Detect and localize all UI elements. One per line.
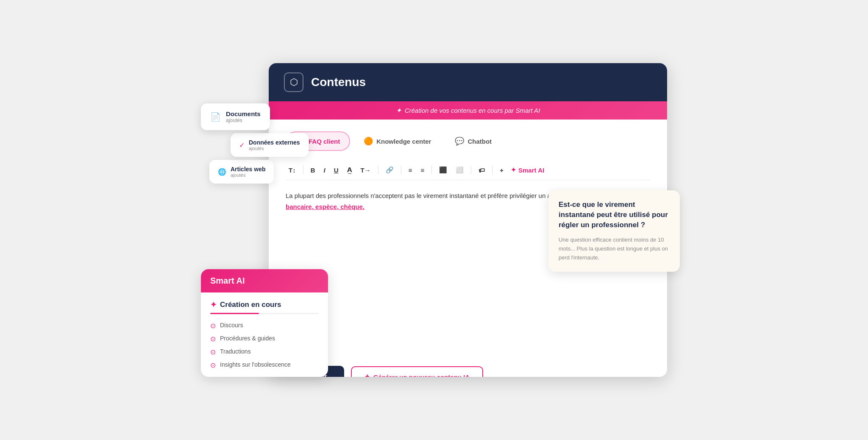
question-card: Est-ce que le virement instantané peut ê…: [548, 190, 680, 272]
ai-banner: ✦ Création de vos contenus en cours par …: [269, 101, 667, 120]
tab-chatbot-label: Chatbot: [467, 138, 492, 145]
articles-web-title: Articles web: [231, 166, 265, 173]
check-icon: ⊙: [210, 348, 216, 356]
progress-bar: [210, 313, 319, 314]
check-icon: ⊙: [210, 361, 216, 369]
check-icon: ⊙: [210, 322, 216, 330]
sep-4: [431, 166, 432, 174]
chatbot-icon: 💬: [455, 136, 464, 146]
generate-label: Générer un nouveau contenu IA: [373, 373, 470, 377]
list-item: ⊙ Insights sur l'obsolescence: [210, 361, 319, 369]
tab-bar: ❓ FAQ client 🟠 Knowledge center 💬 Chatbo…: [286, 131, 650, 151]
toolbar-underline[interactable]: U: [331, 165, 342, 175]
sep-2: [378, 166, 378, 174]
articles-web-subtitle: ajoutés: [231, 173, 265, 178]
toolbar-bold[interactable]: B: [308, 165, 318, 175]
creation-star-icon: ✦: [210, 300, 217, 309]
item-traductions: Traductions: [220, 348, 251, 355]
check-icon: ⊙: [210, 335, 216, 343]
sep-1: [303, 166, 303, 174]
creation-title: ✦ Création en cours: [210, 300, 319, 309]
panel-items-list: ⊙ Discours ⊙ Procédures & guides ⊙ Tradu…: [210, 322, 319, 369]
toolbar-ordered-list[interactable]: ≡: [406, 165, 415, 175]
documents-card: 📄 Documents ajoutés: [201, 103, 270, 130]
articles-web-card: 🌐 Articles web ajoutés: [209, 160, 274, 184]
tab-knowledge-label: Knowledge center: [376, 138, 431, 145]
toolbar-align-left[interactable]: ⬛: [436, 164, 450, 175]
toolbar-unordered-list[interactable]: ≡: [417, 165, 427, 175]
toolbar-font-size[interactable]: T→: [358, 165, 374, 175]
documents-title: Documents: [226, 110, 261, 117]
page-title: Contenus: [311, 75, 366, 89]
documents-subtitle: ajoutés: [226, 117, 261, 123]
sep-6: [492, 166, 492, 174]
tab-knowledge[interactable]: 🟠 Knowledge center: [353, 131, 441, 151]
banner-star-icon: ✦: [396, 106, 401, 114]
globe-icon: 🌐: [218, 168, 226, 176]
check-icon-1: ✓: [239, 141, 245, 149]
smart-ai-toolbar-button[interactable]: ✦ Smart AI: [511, 166, 544, 174]
tab-chatbot[interactable]: 💬 Chatbot: [445, 131, 502, 151]
toolbar-link[interactable]: 🔗: [383, 164, 397, 175]
smart-ai-toolbar-label: Smart AI: [518, 167, 544, 174]
smart-ai-panel: Smart AI ✦ Création en cours ⊙ Discours …: [201, 269, 328, 377]
generate-button[interactable]: ✦ Générer un nouveau contenu IA: [351, 366, 484, 377]
sep-3: [401, 166, 401, 174]
main-header: ⬡ Contenus: [269, 63, 667, 101]
bottom-actions: Publier ✦ Générer un nouveau contenu IA: [286, 366, 650, 377]
donnees-externes-subtitle: ajoutés: [249, 146, 300, 151]
knowledge-icon: 🟠: [364, 136, 373, 146]
smart-ai-panel-header: Smart AI: [201, 269, 328, 292]
list-item: ⊙ Discours: [210, 322, 319, 330]
banner-text: Création de vos contenus en cours par Sm…: [405, 107, 540, 114]
tab-faq-label: FAQ client: [309, 138, 340, 145]
question-text: Est-ce que le virement instantané peut ê…: [559, 200, 670, 230]
creation-label: Création en cours: [220, 301, 281, 309]
progress-fill: [210, 313, 259, 314]
toolbar-italic[interactable]: I: [321, 165, 328, 175]
list-item: ⊙ Procédures & guides: [210, 335, 319, 343]
toolbar-align-right[interactable]: ⬜: [453, 164, 467, 175]
documents-icon: 📄: [210, 112, 221, 122]
list-item: ⊙ Traductions: [210, 348, 319, 356]
donnees-externes-card: ✓ Données externes ajoutés: [231, 133, 309, 157]
generate-star-icon: ✦: [364, 373, 370, 377]
toolbar-color[interactable]: A̲: [344, 164, 355, 175]
toolbar-text-size[interactable]: T↕: [286, 165, 299, 175]
toolbar-add[interactable]: +: [497, 165, 506, 175]
toolbar-tag[interactable]: 🏷: [476, 165, 488, 175]
smart-ai-star-icon: ✦: [511, 166, 516, 174]
sep-5: [471, 166, 471, 174]
item-procedures: Procédures & guides: [220, 335, 275, 342]
app-icon: ⬡: [284, 72, 303, 92]
smart-ai-panel-title: Smart AI: [210, 276, 245, 285]
editor-toolbar: T↕ B I U A̲ T→ 🔗 ≡ ≡ ⬛ ⬜ 🏷 +: [286, 160, 650, 180]
smart-ai-panel-body: ✦ Création en cours ⊙ Discours ⊙ Procédu…: [201, 292, 328, 377]
item-insights: Insights sur l'obsolescence: [220, 361, 291, 368]
answer-text: Une question efficace contient moins de …: [559, 236, 670, 262]
item-discours: Discours: [220, 322, 243, 329]
donnees-externes-title: Données externes: [249, 139, 300, 146]
